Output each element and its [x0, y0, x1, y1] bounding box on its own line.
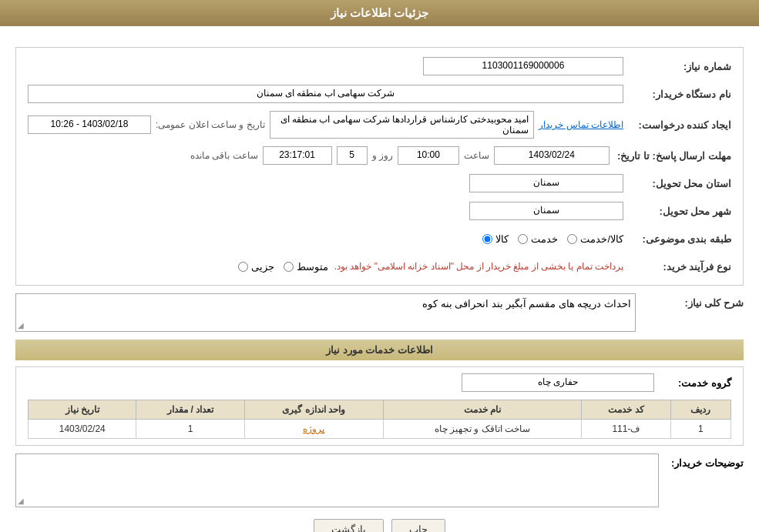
buyer-org-label: نام دستگاه خریدار:: [623, 89, 731, 100]
cell-code: ف-111: [582, 420, 670, 439]
process-value-cell: پرداخت تمام یا بخشی از مبلغ خریدار از مح…: [28, 261, 623, 273]
services-table-container: ردیف کد خدمت نام خدمت واحد اندازه گیری ت…: [28, 400, 731, 439]
main-details-section: شماره نیاز: 1103001169000006 نام دستگاه …: [15, 47, 744, 286]
radio-kala-khedmat-label: کالا/خدمت: [580, 233, 623, 245]
days-label: روز و: [372, 150, 393, 161]
announce-value: 1403/02/18 - 10:26: [28, 115, 151, 134]
radio-khedmat-input[interactable]: [518, 234, 528, 244]
radio-khedmat: خدمت: [518, 233, 558, 245]
category-value-cell: کالا/خدمت خدمت کالا: [28, 233, 623, 245]
remaining-label: ساعت باقی مانده: [190, 150, 258, 161]
province-value: سمنان: [469, 174, 623, 192]
remaining-time: 23:17:01: [263, 146, 332, 165]
services-table: ردیف کد خدمت نام خدمت واحد اندازه گیری ت…: [28, 400, 731, 439]
service-group-value: حفاری چاه: [462, 373, 654, 392]
need-number-row: شماره نیاز: 1103001169000006: [28, 55, 731, 77]
cell-count: 1: [136, 420, 244, 439]
city-row: شهر محل تحویل: سمنان: [28, 200, 731, 222]
deadline-value-cell: 1403/02/24 ساعت 10:00 روز و 5 23:17:01 س…: [28, 146, 610, 165]
cell-date: 1403/02/24: [29, 420, 136, 439]
deadline-row: مهلت ارسال پاسخ: تا تاریخ: 1403/02/24 سا…: [28, 145, 731, 166]
city-value: سمنان: [469, 202, 623, 220]
need-number-value-cell: 1103001169000006: [28, 57, 623, 75]
city-label: شهر محل تحویل:: [623, 206, 731, 217]
cell-name: ساخت اتاقک و تجهیز چاه: [383, 420, 582, 439]
response-date: 1403/02/24: [494, 146, 610, 165]
radio-motevaset: متوسط: [284, 261, 328, 273]
buyer-desc-section: توضیحات خریدار: ◢: [15, 453, 744, 507]
creator-value: امید محوبیدختی کارشناس قراردادها شرکت سه…: [270, 111, 535, 139]
buttons-row: چاپ بازگشت: [15, 519, 744, 532]
contact-link[interactable]: اطلاعات تماس خریدار: [539, 119, 623, 130]
col-row: ردیف: [670, 400, 730, 420]
radio-kala-label: کالا: [495, 233, 509, 245]
radio-motevaset-input[interactable]: [284, 262, 294, 272]
need-number-value: 1103001169000006: [423, 57, 623, 75]
buyer-org-row: نام دستگاه خریدار: شرکت سهامی اب منطقه ا…: [28, 83, 731, 105]
need-desc-label: شرح کلی نیاز:: [636, 293, 744, 309]
print-button[interactable]: چاپ: [391, 519, 445, 532]
services-section: گروه خدمت: حفاری چاه ردیف کد خدمت نام خد…: [15, 366, 744, 446]
col-code: کد خدمت: [582, 400, 670, 420]
buyer-org-value: شرکت سهامی اب منطقه ای سمنان: [28, 85, 623, 103]
process-label: نوع فرآیند خرید:: [623, 261, 731, 273]
back-button[interactable]: بازگشت: [314, 519, 384, 532]
resize-handle-desc-icon: ◢: [18, 497, 24, 505]
services-header: اطلاعات خدمات مورد نیاز: [15, 340, 744, 360]
page-title: جزئیات اطلاعات نیاز: [331, 6, 428, 19]
cell-unit[interactable]: پروژه: [244, 420, 383, 439]
radio-jozee-label: جزیی: [251, 261, 274, 273]
col-date: تاریخ نیاز: [29, 400, 136, 420]
process-row: نوع فرآیند خرید: پرداخت تمام یا بخشی از …: [28, 256, 731, 277]
content-area: شماره نیاز: 1103001169000006 نام دستگاه …: [0, 35, 759, 532]
category-row: طبقه بندی موضوعی: کالا/خدمت خدمت کالا: [28, 228, 731, 249]
col-name: نام خدمت: [383, 400, 582, 420]
radio-jozee: جزیی: [238, 261, 274, 273]
service-group-label: گروه خدمت:: [654, 377, 731, 389]
page-header: جزئیات اطلاعات نیاز: [0, 0, 759, 26]
city-value-cell: سمنان: [28, 202, 623, 220]
radio-kala-khedmat-input[interactable]: [567, 234, 577, 244]
cell-row: 1: [670, 420, 730, 439]
col-unit: واحد اندازه گیری: [244, 400, 383, 420]
category-radio-group: کالا/خدمت خدمت کالا: [482, 233, 623, 245]
process-radio-group: متوسط جزیی: [238, 261, 328, 273]
creator-value-cell: اطلاعات تماس خریدار امید محوبیدختی کارشن…: [28, 111, 623, 139]
radio-kala-input[interactable]: [482, 234, 492, 244]
radio-kala: کالا: [482, 233, 509, 245]
buyer-org-value-cell: شرکت سهامی اب منطقه ای سمنان: [28, 85, 623, 103]
need-desc-row: شرح کلی نیاز: احداث دریچه های مقسم آبگیر…: [15, 293, 744, 332]
province-row: استان محل تحویل: سمنان: [28, 172, 731, 194]
col-count: تعداد / مقدار: [136, 400, 244, 420]
radio-kala-khedmat: کالا/خدمت: [567, 233, 623, 245]
radio-khedmat-label: خدمت: [531, 233, 558, 245]
need-number-label: شماره نیاز:: [623, 61, 731, 72]
radio-motevaset-label: متوسط: [297, 261, 328, 273]
process-note: پرداخت تمام یا بخشی از مبلغ خریدار از مح…: [334, 261, 623, 272]
category-label: طبقه بندی موضوعی:: [623, 233, 731, 245]
need-desc-value: احداث دریچه های مقسم آبگیر بند انحرافی ب…: [15, 293, 636, 332]
buyer-desc-label: توضیحات خریدار:: [667, 453, 744, 469]
table-row: 1 ف-111 ساخت اتاقک و تجهیز چاه پروژه 1 1…: [29, 420, 731, 439]
creator-label: ایجاد کننده درخواست:: [623, 119, 731, 131]
province-value-cell: سمنان: [28, 174, 623, 192]
resize-handle-icon: ◢: [18, 321, 24, 330]
radio-jozee-input[interactable]: [238, 262, 248, 272]
response-time: 10:00: [398, 146, 459, 165]
days-value: 5: [337, 146, 368, 165]
creator-announce-row: ایجاد کننده درخواست: اطلاعات تماس خریدار…: [28, 111, 731, 139]
page-wrapper: جزئیات اطلاعات نیاز شماره نیاز: 11030011…: [0, 0, 759, 532]
buyer-desc-box: ◢: [15, 453, 659, 507]
response-time-label: ساعت: [464, 150, 489, 161]
announce-label: تاریخ و ساعت اعلان عمومی:: [156, 119, 265, 130]
province-label: استان محل تحویل:: [623, 178, 731, 189]
need-desc-text: احداث دریچه های مقسم آبگیر بند انحرافی ب…: [422, 298, 631, 309]
table-header-row: ردیف کد خدمت نام خدمت واحد اندازه گیری ت…: [29, 400, 731, 420]
response-deadline-label: مهلت ارسال پاسخ: تا تاریخ:: [610, 150, 731, 162]
service-group-row: گروه خدمت: حفاری چاه: [28, 373, 731, 392]
